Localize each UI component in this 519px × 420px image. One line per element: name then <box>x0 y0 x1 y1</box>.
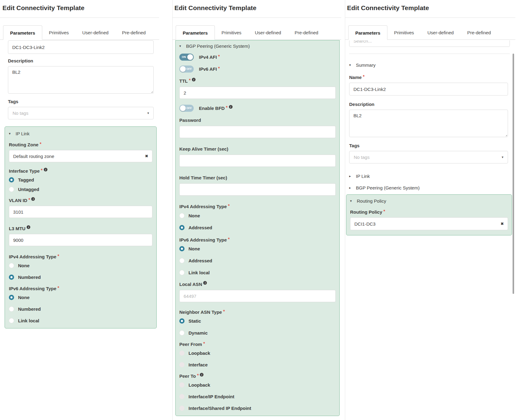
radio-icon <box>9 187 14 192</box>
tab-primitives[interactable]: Primitives <box>215 25 248 39</box>
radio-ipv4-none[interactable]: None <box>179 213 336 218</box>
tags-select[interactable]: No tags ▾ <box>349 151 508 163</box>
radio-asn-dynamic[interactable]: Dynamic <box>179 330 336 336</box>
radio-icon <box>179 213 185 218</box>
tags-label: Tags <box>349 143 508 148</box>
tab-user-defined[interactable]: User-defined <box>248 25 288 39</box>
radio-selected-icon <box>179 246 185 251</box>
collapse-triangle-icon: ▾ <box>349 63 356 67</box>
tab-pre-defined[interactable]: Pre-defined <box>461 25 498 39</box>
radio-untagged[interactable]: Untagged <box>9 187 152 192</box>
tab-primitives[interactable]: Primitives <box>42 25 76 39</box>
radio-peer-from-loopback[interactable]: Loopback <box>179 351 336 356</box>
search-input[interactable] <box>349 40 510 47</box>
radio-ipv4-numbered[interactable]: Numbered <box>9 275 152 280</box>
keep-alive-input[interactable] <box>179 155 336 167</box>
bgp-peering-section-header[interactable]: ▾ BGP Peering (Generic System) <box>179 43 336 49</box>
local-asn-input[interactable] <box>179 290 336 302</box>
tab-pre-defined[interactable]: Pre-defined <box>115 25 153 39</box>
radio-ipv6-none[interactable]: None <box>179 246 336 251</box>
radio-asn-static[interactable]: Static <box>179 318 336 324</box>
radio-ipv6-numbered[interactable]: Numbered <box>9 306 152 312</box>
vlan-id-input[interactable] <box>9 206 152 218</box>
routing-zone-input[interactable]: Default routing zone ✖ <box>9 150 152 162</box>
info-icon[interactable]: i <box>229 105 233 109</box>
routing-policy-input[interactable]: DCI1-DC3 ✖ <box>350 217 508 230</box>
radio-peer-to-interface-shared-ip-endpoint[interactable]: Interface/Shared IP Endpoint <box>179 406 336 411</box>
bgp-peering-collapsed-header[interactable]: ▸ BGP Peering (Generic System) <box>349 185 508 190</box>
ipv4-addressing-type-label: IPv4 Addressing Type* <box>9 254 152 260</box>
info-icon[interactable]: i <box>203 281 207 285</box>
tags-placeholder: No tags <box>354 155 370 160</box>
hold-time-input[interactable] <box>179 183 336 196</box>
name-input[interactable] <box>8 40 154 54</box>
radio-disabled-icon <box>179 406 185 411</box>
info-icon[interactable]: i <box>44 168 47 171</box>
password-input[interactable] <box>179 126 336 138</box>
enable-bfd-toggle[interactable]: OFF <box>179 105 194 112</box>
tab-parameters[interactable]: Parameters <box>348 25 387 40</box>
neighbor-asn-type-label: Neighbor ASN Type* <box>179 309 336 315</box>
info-icon[interactable]: i <box>31 197 35 201</box>
clear-icon[interactable]: ✖ <box>501 222 504 226</box>
tab-user-defined[interactable]: User-defined <box>421 25 461 39</box>
resize-handle-icon[interactable] <box>150 90 153 93</box>
description-textarea[interactable]: BL2 <box>8 66 154 94</box>
radio-peer-to-loopback[interactable]: Loopback <box>179 382 336 388</box>
ipv6-afi-toggle[interactable]: OFF <box>179 66 194 73</box>
required-asterisk: * <box>228 203 230 208</box>
keep-alive-label: Keep Alive Timer (sec) <box>179 146 336 152</box>
expand-triangle-icon: ▸ <box>349 174 356 178</box>
interface-type-label: Interface Type*i <box>9 168 152 174</box>
tab-pre-defined[interactable]: Pre-defined <box>288 25 325 39</box>
tab-bar: Parameters Primitives User-defined Pre-d… <box>0 25 159 40</box>
required-asterisk: * <box>383 209 385 214</box>
tab-bar: Parameters Primitives User-defined Pre-d… <box>345 25 515 40</box>
page-title: Edit Connectivity Template <box>2 4 159 12</box>
radio-ipv6-link-local[interactable]: Link local <box>179 270 336 275</box>
radio-ipv6-link-local[interactable]: Link local <box>9 318 152 323</box>
ip-link-collapsed-header[interactable]: ▸ IP Link <box>349 174 508 179</box>
section-divider <box>349 54 510 54</box>
summary-section-header[interactable]: ▾ Summary <box>349 62 508 68</box>
scrollbar-thumb[interactable] <box>513 54 514 294</box>
radio-selected-icon <box>179 318 185 324</box>
radio-tagged[interactable]: Tagged <box>9 177 152 182</box>
radio-ipv6-addressed[interactable]: Addressed <box>179 258 336 263</box>
ipv6-addressing-type-label: IPv6 Addressing Type* <box>9 286 152 291</box>
radio-selected-icon <box>179 225 185 230</box>
required-asterisk: * <box>58 253 59 259</box>
l3-mtu-input[interactable] <box>9 234 152 246</box>
name-input[interactable] <box>349 83 508 96</box>
info-icon[interactable]: i <box>27 225 30 229</box>
chevron-down-icon: ▾ <box>147 111 149 115</box>
tags-select[interactable]: No tags ▾ <box>8 107 154 119</box>
tab-parameters[interactable]: Parameters <box>3 25 42 40</box>
ip-link-section-header[interactable]: ▾ IP Link <box>9 131 152 136</box>
required-asterisk: * <box>28 197 30 202</box>
tags-label: Tags <box>8 99 154 104</box>
radio-peer-from-interface[interactable]: Interface <box>179 362 336 367</box>
ipv4-addressing-type-label: IPv4 Addressing Type* <box>179 204 336 209</box>
radio-peer-to-interface-ip-endpoint[interactable]: Interface/IP Endpoint <box>179 394 336 399</box>
radio-ipv6-none[interactable]: None <box>9 295 152 300</box>
radio-ipv4-none[interactable]: None <box>9 263 152 268</box>
tab-bar: Parameters Primitives User-defined Pre-d… <box>173 25 341 40</box>
description-textarea[interactable]: BL2 <box>349 110 508 137</box>
radio-selected-icon <box>9 275 14 280</box>
edit-connectivity-template-panel-1: Edit Connectivity Template Parameters Pr… <box>0 0 159 420</box>
tab-user-defined[interactable]: User-defined <box>76 25 115 39</box>
ipv4-afi-toggle[interactable]: ON <box>179 54 194 61</box>
resize-handle-icon[interactable] <box>504 133 507 136</box>
title-divider <box>0 17 159 18</box>
clear-icon[interactable]: ✖ <box>145 154 148 158</box>
routing-policy-section-header[interactable]: ▾ Routing Policy <box>350 198 508 204</box>
enable-bfd-row: OFF Enable BFD*i <box>179 105 336 112</box>
tab-parameters[interactable]: Parameters <box>176 25 215 40</box>
radio-ipv4-addressed[interactable]: Addressed <box>179 225 336 230</box>
search-input-clipped <box>349 40 510 47</box>
info-icon[interactable]: i <box>200 373 203 377</box>
tab-primitives[interactable]: Primitives <box>387 25 421 39</box>
info-icon[interactable]: i <box>192 78 196 81</box>
ttl-input[interactable] <box>179 87 336 99</box>
